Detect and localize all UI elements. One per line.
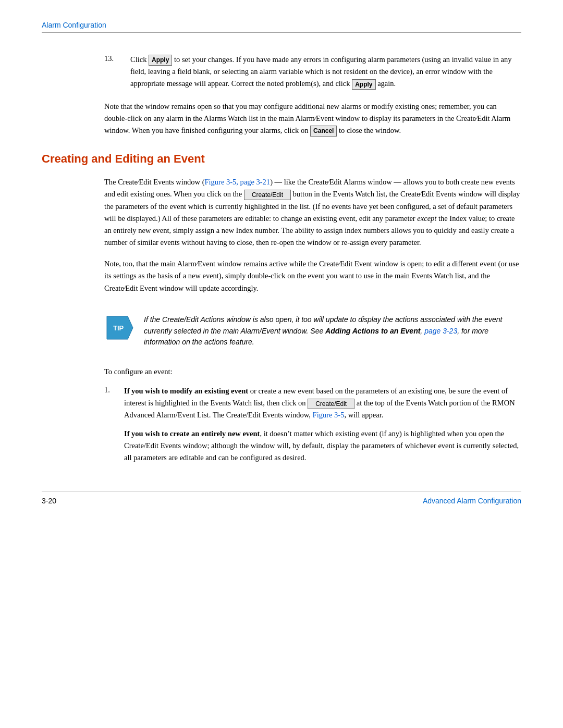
svg-text:TIP: TIP (113, 324, 124, 332)
apply-button-1[interactable]: Apply (149, 55, 172, 66)
item-1-bold-1: If you wish to modify an existing event (124, 387, 248, 395)
tip-icon: TIP (104, 312, 136, 343)
item-1-number: 1. (104, 385, 124, 394)
numbered-section: 1. If you wish to modify an existing eve… (104, 385, 521, 470)
tip-box: TIP If the Create/Edit Actions window is… (104, 307, 521, 353)
tip-link[interactable]: page 3-23 (424, 327, 457, 335)
create-edit-button-1[interactable]: Create/Edit (244, 190, 291, 201)
item-1-bold-2: If you wish to create an entirely new ev… (124, 429, 260, 438)
footer-right-text: Advanced Alarm Configuration (423, 497, 521, 505)
page: Alarm Configuration 13. Click Apply to s… (0, 0, 563, 728)
page-header: Alarm Configuration (42, 21, 521, 33)
para-2: Note, too, that the main Alarm∕Event win… (104, 258, 521, 294)
except-italic: except (417, 214, 436, 223)
item-1-para2: If you wish to create an entirely new ev… (124, 428, 521, 464)
figure-link-1[interactable]: Figure 3-5, page 3-21 (204, 178, 270, 186)
main-content: The Create∕Edit Events window (Figure 3-… (42, 176, 521, 470)
step-13-text: Click Apply to set your changes. If you … (130, 54, 521, 90)
numbered-item-1: 1. If you wish to modify an existing eve… (104, 385, 521, 470)
page-footer: 3-20 Advanced Alarm Configuration (42, 491, 521, 505)
para-1: The Create∕Edit Events window (Figure 3-… (104, 176, 521, 249)
tip-bold: Adding Actions to an Event (325, 327, 420, 335)
note-paragraph: Note that the window remains open so tha… (104, 101, 521, 137)
cancel-button[interactable]: Cancel (310, 126, 337, 137)
section-heading: Creating and Editing an Event (42, 152, 521, 166)
to-configure-label: To configure an event: (104, 366, 521, 378)
page-number: 3-20 (42, 497, 56, 505)
figure-link-2[interactable]: Figure 3-5 (313, 411, 345, 419)
create-edit-button-2[interactable]: Create/Edit (308, 399, 354, 410)
header-title: Alarm Configuration (42, 21, 106, 29)
item-1-para1: If you wish to modify an existing event … (124, 385, 521, 422)
step-13-number: 13. (104, 54, 130, 90)
apply-button-2[interactable]: Apply (352, 79, 375, 90)
step-13: 13. Click Apply to set your changes. If … (104, 54, 521, 90)
tip-text: If the Create/Edit Actions window is als… (144, 312, 521, 348)
content-area: 13. Click Apply to set your changes. If … (42, 54, 521, 137)
item-1-content: If you wish to modify an existing event … (124, 385, 521, 470)
